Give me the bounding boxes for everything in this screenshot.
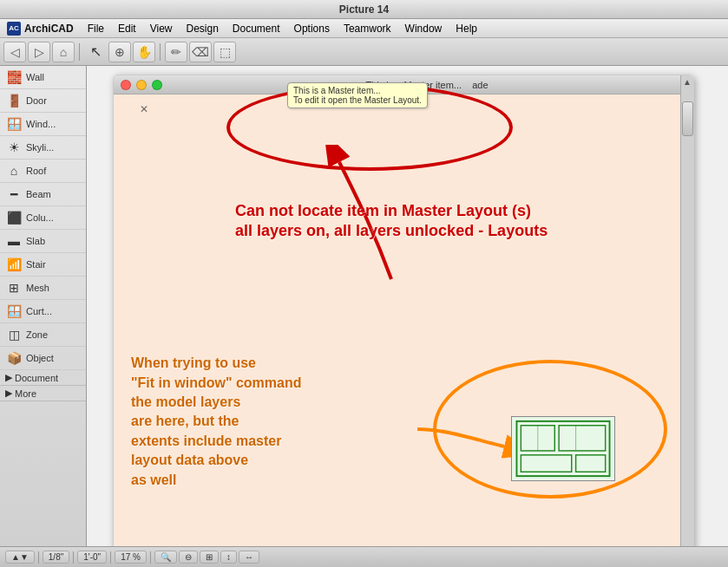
toolbar-zoom-btn[interactable]: ⊕ [108, 42, 131, 62]
toolbar-pencil-btn[interactable]: ✏ [165, 42, 187, 62]
triangle-icon-more: ▶ [5, 388, 12, 399]
sidebar-section-more[interactable]: ▶ More [0, 386, 86, 401]
wall-icon: 🧱 [5, 68, 23, 86]
orange-line5: extents include master [131, 432, 302, 451]
sidebar-section-document[interactable]: ▶ Document [0, 370, 86, 386]
x-close-button[interactable]: ✕ [140, 103, 148, 115]
menu-options[interactable]: Options [287, 21, 337, 36]
sidebar-label-door: Door [26, 95, 47, 106]
toolbar-fwd-btn[interactable]: ▷ [28, 42, 50, 62]
sidebar-item-object[interactable]: 📦 Object [0, 347, 86, 370]
sidebar-label-document: Document [15, 373, 58, 383]
sidebar-item-curtain[interactable]: 🪟 Curt... [0, 300, 86, 323]
orange-line2: "Fit in window" command [131, 374, 302, 393]
sidebar-item-column[interactable]: ⬛ Colu... [0, 206, 86, 230]
status-zoom-label: 17 % [115, 551, 147, 564]
sidebar-label-skylight: Skyli... [26, 142, 54, 153]
red-annotation-line2: all layers on, all layers unlocked - Lay… [235, 221, 548, 241]
scroll-up-arrow[interactable]: ▲ [681, 75, 693, 88]
toolbar-pan-btn[interactable]: ✋ [133, 42, 155, 62]
column-icon: ⬛ [5, 209, 23, 226]
sidebar-item-slab[interactable]: ▬ Slab [0, 230, 86, 253]
scroll-thumb[interactable] [682, 101, 693, 136]
sidebar-item-roof[interactable]: ⌂ Roof [0, 160, 86, 183]
maximize-button[interactable] [152, 80, 162, 90]
sidebar-item-stair[interactable]: 📶 Stair [0, 253, 86, 277]
toolbar-cursor[interactable]: ↖ [84, 42, 107, 62]
tooltip-line1: This is a Master item... [293, 86, 422, 95]
master-item-tooltip: This is a Master item... To edit it open… [287, 82, 428, 108]
status-pan-h[interactable]: ↔ [239, 551, 259, 564]
sidebar-label-object: Object [26, 353, 54, 363]
sidebar-label-beam: Beam [26, 189, 51, 199]
sidebar-item-beam[interactable]: ━ Beam [0, 183, 86, 206]
close-button[interactable] [121, 80, 131, 90]
minimize-button[interactable] [136, 80, 147, 90]
menu-document[interactable]: Document [226, 21, 287, 36]
toolbar-back-btn[interactable]: ◁ [3, 42, 26, 62]
sidebar-label-mesh: Mesh [26, 283, 49, 293]
menu-window[interactable]: Window [398, 21, 449, 36]
floor-plan-thumbnail [511, 416, 615, 481]
zone-icon: ◫ [5, 326, 23, 343]
red-arrow-annotation [287, 145, 461, 284]
sidebar-label-stair: Stair [26, 259, 46, 270]
inner-document-window[interactable]: This is a Master item... ade This is a M… [113, 75, 694, 546]
status-sep-4 [150, 551, 151, 564]
menu-help[interactable]: Help [449, 21, 484, 36]
menu-file[interactable]: File [81, 21, 111, 36]
sidebar-label-zone: Zone [26, 329, 48, 340]
toolbar-sep-1 [79, 43, 80, 61]
sidebar-label-wall: Wall [26, 72, 44, 82]
app-icon: AC [7, 22, 21, 36]
sidebar-item-window[interactable]: 🪟 Wind... [0, 113, 86, 136]
app-name: AC ArchiCAD [0, 22, 81, 36]
toolbar: ◁ ▷ ⌂ ↖ ⊕ ✋ ✏ ⌫ ⬚ [0, 38, 728, 66]
sidebar-item-mesh[interactable]: ⊞ Mesh [0, 277, 86, 300]
status-zoom-in[interactable]: 🔍 [154, 551, 177, 564]
status-fit[interactable]: ⊞ [200, 551, 219, 564]
svg-rect-2 [516, 421, 609, 476]
window-icon: 🪟 [5, 115, 23, 133]
status-sep-1 [38, 551, 39, 564]
orange-arrow-annotation [409, 403, 513, 472]
menu-design[interactable]: Design [180, 21, 226, 36]
sidebar-label-column: Colu... [26, 212, 54, 223]
toolbar-home-btn[interactable]: ⌂ [52, 42, 75, 62]
app-name-label: ArchiCAD [24, 23, 74, 35]
sidebar-item-skylight[interactable]: ☀ Skyli... [0, 136, 86, 160]
door-icon: 🚪 [5, 92, 23, 109]
sidebar-item-wall[interactable]: 🧱 Wall [0, 66, 86, 89]
orange-annotation-text: When trying to use "Fit in window" comma… [131, 354, 302, 490]
menu-bar: AC ArchiCAD File Edit View Design Docume… [0, 19, 728, 38]
window-title: Picture 14 [339, 3, 389, 16]
sidebar-label-window: Wind... [26, 119, 56, 129]
status-sep-2 [73, 551, 74, 564]
scrollbar-right[interactable]: ▲ ▼ [680, 75, 693, 546]
menu-view[interactable]: View [143, 21, 180, 36]
stair-icon: 📶 [5, 256, 23, 273]
menu-edit[interactable]: Edit [111, 21, 143, 36]
mesh-icon: ⊞ [5, 279, 23, 297]
sidebar-item-zone[interactable]: ◫ Zone [0, 323, 86, 347]
menu-teamwork[interactable]: Teamwork [337, 21, 398, 36]
status-layer-btn[interactable]: ▲▼ [5, 551, 35, 564]
orange-line4: are here, but the [131, 412, 302, 431]
status-unit-label: 1'-0" [77, 551, 107, 564]
orange-line1: When trying to use [131, 354, 302, 373]
sidebar-item-door[interactable]: 🚪 Door [0, 89, 86, 113]
status-zoom-out[interactable]: ⊖ [179, 551, 198, 564]
sidebar-label-more: More [15, 388, 36, 399]
sidebar-label-roof: Roof [26, 166, 46, 176]
toolbar-eraser-btn[interactable]: ⌫ [189, 42, 212, 62]
toolbar-select-btn[interactable]: ⬚ [213, 42, 236, 62]
toolbar-sep-2 [160, 43, 161, 61]
status-sep-3 [110, 551, 111, 564]
sidebar-label-slab: Slab [26, 236, 45, 246]
red-annotation-text: Can not locate item in Master Layout (s)… [235, 201, 548, 242]
beam-icon: ━ [5, 186, 23, 203]
orange-line6: layout data above [131, 451, 302, 470]
skylight-icon: ☀ [5, 139, 23, 156]
status-scale-label: 1/8" [43, 551, 69, 564]
status-pan-v[interactable]: ↕ [220, 551, 237, 564]
